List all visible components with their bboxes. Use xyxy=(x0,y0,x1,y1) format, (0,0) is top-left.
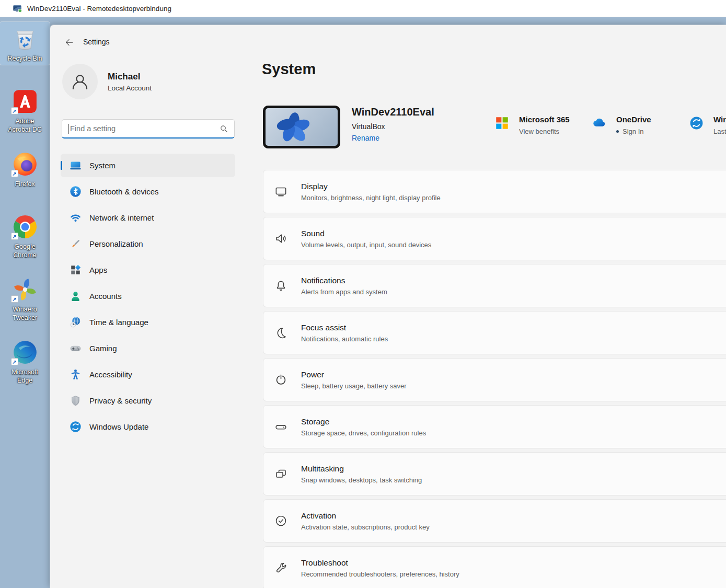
settings-row[interactable]: Activation Activation state, subscriptio… xyxy=(263,499,726,543)
promo-subtitle: Sign In xyxy=(616,128,651,135)
nav-item[interactable]: Bluetooth & devices xyxy=(61,180,235,203)
page-title: System xyxy=(262,61,316,78)
back-button[interactable] xyxy=(61,35,77,50)
device-thumbnail xyxy=(263,106,340,148)
row-title: Multitasking xyxy=(301,464,422,474)
search-icon[interactable] xyxy=(220,124,228,133)
settings-row[interactable]: Multitasking Snap windows, desktops, tas… xyxy=(263,452,726,495)
nav-item-label: Privacy & security xyxy=(89,396,152,405)
settings-row[interactable]: Focus assist Notifications, automatic ru… xyxy=(263,311,726,354)
row-icon xyxy=(274,326,287,339)
promo-title: Windows Update xyxy=(713,115,726,124)
promo-card[interactable]: Windows Update Last checked xyxy=(689,115,726,135)
promo-card[interactable]: Microsoft 365 View benefits xyxy=(495,115,592,135)
text-cursor xyxy=(68,124,68,134)
promo-icon xyxy=(592,116,606,130)
row-title: Storage xyxy=(301,417,426,426)
nav-item[interactable]: Windows Update xyxy=(61,415,235,439)
nav-item-label: Accessibility xyxy=(89,370,132,379)
row-subtitle: Recommended troubleshooters, preferences… xyxy=(301,570,459,578)
nav-item[interactable]: Network & internet xyxy=(61,206,235,229)
row-subtitle: Alerts from apps and system xyxy=(301,288,387,296)
nav-item-icon xyxy=(70,264,82,276)
app-logo-icon xyxy=(12,151,38,177)
settings-row[interactable]: Notifications Alerts from apps and syste… xyxy=(263,264,726,307)
promo-card[interactable]: OneDrive Sign In xyxy=(592,115,689,135)
row-title: Sound xyxy=(301,229,431,238)
promo-icon xyxy=(689,116,704,130)
nav-item-label: Network & internet xyxy=(89,213,154,222)
nav-item-icon xyxy=(70,238,82,250)
search-input[interactable] xyxy=(69,124,220,133)
nav-item-icon xyxy=(70,159,82,171)
nav-item-label: System xyxy=(89,161,116,170)
row-title: Troubleshoot xyxy=(301,558,459,568)
desktop-icon[interactable]: Winaero Tweaker xyxy=(0,273,50,336)
nav-item-icon xyxy=(70,186,82,198)
nav-item[interactable]: Gaming xyxy=(61,337,235,360)
promo-subtitle: View benefits xyxy=(519,128,570,135)
row-title: Notifications xyxy=(301,276,387,285)
nav-item-label: Windows Update xyxy=(89,422,148,431)
settings-window: Settings Michael Local Account System Bl… xyxy=(50,25,726,588)
nav-item[interactable]: Apps xyxy=(61,258,235,282)
nav-item[interactable]: Privacy & security xyxy=(61,389,235,412)
row-title: Focus assist xyxy=(301,323,388,332)
desktop-icon[interactable]: Recycle Bin xyxy=(0,22,50,85)
nav-item[interactable]: Accounts xyxy=(61,284,235,308)
row-icon xyxy=(274,185,287,198)
settings-row[interactable]: Storage Storage space, drives, configura… xyxy=(263,405,726,448)
settings-row[interactable]: Sound Volume levels, output, input, soun… xyxy=(263,217,726,260)
device-header: WinDev2110Eval VirtualBox Rename xyxy=(263,106,434,148)
shortcut-arrow-icon xyxy=(11,233,18,240)
desktop-icon-label: Winaero Tweaker xyxy=(5,305,45,322)
rdp-icon xyxy=(12,4,22,13)
desktop-icon-label: Adobe Acrobat DC xyxy=(5,117,45,134)
nav-item-icon xyxy=(70,290,82,302)
nav-item-icon xyxy=(70,212,82,224)
nav-item[interactable]: Personalization xyxy=(61,232,235,256)
row-title: Display xyxy=(301,182,441,191)
settings-row[interactable]: Troubleshoot Recommended troubleshooters… xyxy=(263,546,726,588)
nav-item[interactable]: System xyxy=(61,154,235,177)
nav-item[interactable]: Accessibility xyxy=(61,363,235,386)
desktop-icon-label: Google Chrome xyxy=(5,243,45,260)
nav-item-label: Accounts xyxy=(89,292,122,301)
row-icon xyxy=(274,514,287,527)
row-icon xyxy=(274,467,287,480)
device-name: WinDev2110Eval xyxy=(352,106,434,118)
row-title: Power xyxy=(301,370,407,379)
desktop-icon[interactable]: Adobe Acrobat DC xyxy=(0,85,50,147)
promo-title: OneDrive xyxy=(616,115,651,124)
app-logo-icon xyxy=(12,214,38,240)
promo-strip: Microsoft 365 View benefits OneDrive Sig… xyxy=(495,115,726,135)
nav-item-icon xyxy=(70,342,82,354)
row-icon xyxy=(274,232,287,245)
row-icon xyxy=(274,279,287,292)
desktop-icon[interactable]: Firefox xyxy=(0,147,50,210)
row-icon xyxy=(274,420,287,433)
shortcut-arrow-icon xyxy=(11,107,18,114)
row-icon xyxy=(274,373,287,386)
bloom-wallpaper xyxy=(266,108,338,146)
desktop-icon[interactable]: Microsoft Edge xyxy=(0,336,50,398)
row-subtitle: Snap windows, desktops, task switching xyxy=(301,476,422,484)
app-logo-icon xyxy=(12,88,38,114)
desktop-icon-label: Firefox xyxy=(5,180,45,188)
row-icon xyxy=(274,561,287,574)
nav-item-label: Time & language xyxy=(89,318,148,327)
nav-item-label: Gaming xyxy=(89,344,117,353)
desktop-icon[interactable]: Google Chrome xyxy=(0,210,50,273)
rename-link[interactable]: Rename xyxy=(352,134,379,142)
settings-row[interactable]: Power Sleep, battery usage, battery save… xyxy=(263,358,726,401)
promo-icon xyxy=(495,116,509,130)
settings-row[interactable]: Display Monitors, brightness, night ligh… xyxy=(263,170,726,213)
device-model: VirtualBox xyxy=(352,122,434,131)
shortcut-arrow-icon xyxy=(11,358,18,365)
row-title: Activation xyxy=(301,511,430,521)
nav-item[interactable]: Time & language xyxy=(61,310,235,334)
app-title: Settings xyxy=(83,38,110,46)
row-subtitle: Activation state, subscriptions, product… xyxy=(301,523,430,531)
app-logo-icon xyxy=(12,339,38,365)
settings-row-list: Display Monitors, brightness, night ligh… xyxy=(263,170,726,588)
